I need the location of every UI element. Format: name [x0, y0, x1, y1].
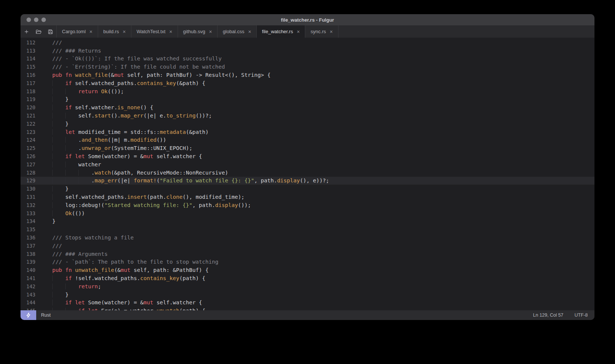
- code-line-138[interactable]: 138/// ### Arguments: [21, 250, 594, 258]
- line-number[interactable]: 141: [21, 275, 35, 281]
- code-line-112[interactable]: 112///: [21, 38, 594, 47]
- code-line-121[interactable]: 121 self.start().map_err(|e| e.to_string…: [21, 112, 594, 120]
- line-number[interactable]: 125: [21, 145, 35, 151]
- line-number[interactable]: 138: [21, 251, 35, 257]
- line-number[interactable]: 129: [21, 178, 35, 183]
- line-number[interactable]: 130: [21, 186, 35, 192]
- code-line-135[interactable]: 135: [21, 225, 594, 233]
- line-number[interactable]: 117: [21, 80, 35, 86]
- code-line-144[interactable]: 144 if let Some(watcher) = &mut self.wat…: [21, 299, 594, 307]
- line-number[interactable]: 132: [21, 202, 35, 208]
- code-text: /// ### Arguments: [52, 251, 107, 257]
- zoom-button[interactable]: [41, 18, 46, 22]
- tab-close-icon[interactable]: ×: [123, 29, 126, 34]
- tab-label: github.svg: [183, 29, 205, 34]
- line-number[interactable]: 134: [21, 218, 35, 224]
- code-line-126[interactable]: 126 if let Some(watcher) = &mut self.wat…: [21, 152, 594, 160]
- line-number[interactable]: 116: [21, 72, 35, 78]
- code-line-118[interactable]: 118 return Ok(());: [21, 87, 594, 95]
- line-number[interactable]: 145: [21, 308, 35, 310]
- tab-close-icon[interactable]: ×: [169, 29, 172, 34]
- line-number[interactable]: 121: [21, 113, 35, 119]
- code-line-143[interactable]: 143 }: [21, 291, 594, 299]
- save-file-button[interactable]: [44, 25, 56, 38]
- line-number[interactable]: 119: [21, 96, 35, 102]
- line-number[interactable]: 124: [21, 137, 35, 143]
- line-number[interactable]: 140: [21, 267, 35, 273]
- line-number[interactable]: 135: [21, 226, 35, 232]
- line-number[interactable]: 114: [21, 56, 35, 62]
- tab-close-icon[interactable]: ×: [90, 29, 93, 34]
- code-line-122[interactable]: 122 }: [21, 120, 594, 128]
- code-line-136[interactable]: 136/// Stops watching a file: [21, 233, 594, 242]
- code-line-134[interactable]: 134}: [21, 217, 594, 226]
- code-line-128[interactable]: 128 .watch(&path, RecursiveMode::NonRecu…: [21, 169, 594, 177]
- line-number[interactable]: 120: [21, 104, 35, 110]
- minimize-button[interactable]: [34, 18, 38, 22]
- encoding-indicator[interactable]: UTF-8: [575, 313, 588, 318]
- line-number[interactable]: 139: [21, 259, 35, 265]
- line-number[interactable]: 144: [21, 299, 35, 305]
- code-line-119[interactable]: 119 }: [21, 95, 594, 104]
- code-line-132[interactable]: 132 log::debug!("Started watching file: …: [21, 201, 594, 209]
- open-file-button[interactable]: [32, 25, 44, 38]
- code-line-130[interactable]: 130 }: [21, 185, 594, 193]
- line-number[interactable]: 122: [21, 121, 35, 127]
- line-number[interactable]: 142: [21, 283, 35, 289]
- new-file-button[interactable]: [21, 25, 32, 38]
- tab-WatchTest.txt[interactable]: WatchTest.txt×: [131, 25, 178, 38]
- code-line-114[interactable]: 114/// - `Ok(())`: If the file was watch…: [21, 55, 594, 63]
- code-line-140[interactable]: 140pub fn unwatch_file(&mut self, path: …: [21, 266, 594, 274]
- code-line-125[interactable]: 125 .unwrap_or(SystemTime::UNIX_EPOCH);: [21, 144, 594, 152]
- code-line-113[interactable]: 113/// ### Returns: [21, 47, 594, 55]
- code-line-127[interactable]: 127 watcher: [21, 160, 594, 169]
- line-number[interactable]: 123: [21, 129, 35, 135]
- tab-file_watcher.rs[interactable]: file_watcher.rs×: [257, 25, 305, 38]
- indent-guide: [52, 129, 53, 135]
- line-number[interactable]: 118: [21, 88, 35, 94]
- indent-guide: [65, 170, 66, 176]
- code-line-129[interactable]: 129 .map_err(|e| format!("Failed to watc…: [21, 177, 594, 185]
- language-indicator[interactable]: Rust: [41, 313, 51, 318]
- line-number[interactable]: 143: [21, 292, 35, 298]
- line-number[interactable]: 113: [21, 48, 35, 54]
- code-line-124[interactable]: 124 .and_then(|m| m.modified()): [21, 136, 594, 144]
- line-number[interactable]: 115: [21, 64, 35, 70]
- tab-github.svg[interactable]: github.svg×: [178, 25, 218, 38]
- tab-close-icon[interactable]: ×: [209, 29, 212, 34]
- tab-build.rs[interactable]: build.rs×: [98, 25, 131, 38]
- code-line-131[interactable]: 131 self.watched_paths.insert(path.clone…: [21, 193, 594, 201]
- code-line-117[interactable]: 117 if self.watched_paths.contains_key(&…: [21, 79, 594, 87]
- tab-close-icon[interactable]: ×: [330, 29, 333, 34]
- tab-close-icon[interactable]: ×: [297, 29, 300, 34]
- traffic-lights: [26, 18, 46, 22]
- line-number[interactable]: 126: [21, 153, 35, 159]
- code-editor[interactable]: 112///113/// ### Returns114/// - `Ok(())…: [21, 38, 594, 310]
- line-number[interactable]: 131: [21, 194, 35, 200]
- cursor-position[interactable]: Ln 129, Col 57: [533, 313, 563, 318]
- code-line-137[interactable]: 137///: [21, 242, 594, 250]
- tab-close-icon[interactable]: ×: [248, 29, 251, 34]
- indent-guide: [65, 308, 66, 310]
- line-number[interactable]: 128: [21, 170, 35, 176]
- line-number[interactable]: 136: [21, 235, 35, 241]
- tab-sync.rs[interactable]: sync.rs×: [305, 25, 338, 38]
- line-number[interactable]: 112: [21, 40, 35, 46]
- code-line-115[interactable]: 115/// - `Err(String)`: If the file coul…: [21, 63, 594, 71]
- code-line-123[interactable]: 123 let modified_time = std::fs::metadat…: [21, 128, 594, 136]
- indent-guide: [52, 88, 53, 94]
- code-line-120[interactable]: 120 if self.watcher.is_none() {: [21, 103, 594, 112]
- code-line-133[interactable]: 133 Ok(()): [21, 209, 594, 217]
- code-line-142[interactable]: 142 return;: [21, 282, 594, 291]
- tab-Cargo.toml[interactable]: Cargo.toml×: [56, 25, 98, 38]
- status-badge[interactable]: [21, 310, 36, 320]
- code-line-139[interactable]: 139/// - `path`: The path to the file to…: [21, 258, 594, 266]
- line-number[interactable]: 127: [21, 161, 35, 167]
- tab-global.css[interactable]: global.css×: [218, 25, 257, 38]
- line-number[interactable]: 133: [21, 210, 35, 216]
- code-line-145[interactable]: 145 if let Err(e) = watcher.unwatch(path…: [21, 307, 594, 310]
- close-button[interactable]: [26, 18, 31, 22]
- code-line-141[interactable]: 141 if !self.watched_paths.contains_key(…: [21, 274, 594, 282]
- line-number[interactable]: 137: [21, 243, 35, 249]
- code-line-116[interactable]: 116pub fn watch_file(&mut self, path: Pa…: [21, 71, 594, 79]
